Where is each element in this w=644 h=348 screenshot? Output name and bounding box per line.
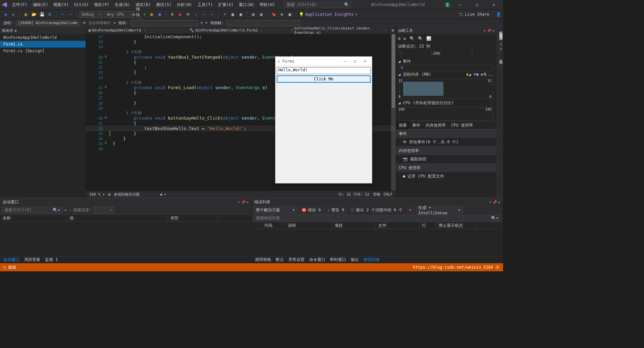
- git-changes-tab[interactable]: Git 更改: [496, 37, 503, 58]
- menu-item[interactable]: 测试(S): [153, 0, 174, 9]
- nav-fwd-icon[interactable]: ▸: [10, 11, 17, 18]
- fold-icon[interactable]: ⊟: [105, 85, 107, 89]
- document-tab[interactable]: Form1.cs [Design]: [0, 48, 86, 54]
- code-line[interactable]: }: [113, 39, 136, 44]
- click-me-button[interactable]: Click Me: [277, 75, 371, 83]
- fold-icon[interactable]: ⊟: [105, 141, 107, 145]
- code-lens[interactable]: 1 个引用: [126, 111, 142, 116]
- menu-item[interactable]: 分析(N): [174, 0, 195, 9]
- close-icon[interactable]: ✕: [360, 59, 370, 64]
- column-header[interactable]: 值: [67, 215, 168, 221]
- lifecycle-icon[interactable]: ⟳: [83, 21, 86, 25]
- step-out-icon[interactable]: ↑: [209, 11, 216, 18]
- process-combo[interactable]: [16608] WinFormsApp1HelloW▾: [16, 20, 80, 26]
- panel-tab[interactable]: 错误列表: [362, 257, 382, 263]
- platform-combo[interactable]: Any CPU▾: [104, 11, 135, 18]
- toggle-icon-3[interactable]: ▦: [237, 11, 244, 18]
- zoom-in-icon[interactable]: 🔍: [410, 36, 415, 41]
- save-all-icon[interactable]: 🗎: [47, 11, 53, 18]
- eol-mode[interactable]: CRLF: [384, 192, 393, 197]
- cpu-graph-label[interactable]: ◢ CPU (所有处理器的百分比): [396, 99, 496, 107]
- code-line[interactable]: }: [113, 136, 126, 141]
- code-lens[interactable]: 1 个引用: [126, 80, 142, 85]
- code-line[interactable]: }: [113, 141, 115, 146]
- diag-item-events[interactable]: 👁 所有事件(0 个，共 0 个): [396, 138, 496, 146]
- code-line[interactable]: ;: [113, 65, 147, 70]
- thread-combo[interactable]: [131, 20, 198, 26]
- column-header[interactable]: 禁止显示状态: [436, 222, 476, 229]
- diag-item-snapshot[interactable]: 📷 截取快照: [396, 155, 496, 163]
- redo-icon[interactable]: ↷: [67, 11, 74, 18]
- continue-button[interactable]: ▶ 继续(C) ▾: [136, 11, 143, 18]
- panel-tab[interactable]: 断点: [274, 257, 286, 263]
- pin-icon[interactable]: 📌: [487, 29, 491, 32]
- indent-mode[interactable]: 空格: [373, 192, 380, 197]
- quick-search-box[interactable]: 搜索 (Ctrl+Q) 🔍: [284, 1, 352, 8]
- fold-icon[interactable]: ⊟: [105, 55, 107, 58]
- panel-tab[interactable]: 即时窗口: [328, 257, 348, 263]
- column-header[interactable]: 代码: [262, 222, 285, 229]
- open-icon[interactable]: 📂: [31, 11, 37, 18]
- messages-filter[interactable]: ⓘ展示 2 个消息中的 0 个: [348, 206, 405, 214]
- panel-menu-icon[interactable]: ▾: [238, 200, 240, 204]
- diag-timeline[interactable]: 20秒: [398, 50, 494, 58]
- pin-icon[interactable]: 📌: [241, 200, 245, 204]
- menu-item[interactable]: 帮助(H): [257, 0, 278, 9]
- pin-icon[interactable]: 📌: [493, 200, 497, 204]
- editor-scrollbar[interactable]: [391, 34, 396, 191]
- panel-tab[interactable]: 异常设置: [286, 257, 307, 263]
- memory-graph-label[interactable]: ◢ 进程内存 (MB) ▮◢ ▼⬔ ●专...: [396, 71, 496, 78]
- column-header[interactable]: [252, 222, 262, 229]
- errorlist-search-input[interactable]: 搜索错误列表🔍▾: [254, 215, 501, 221]
- restart-icon[interactable]: ⟳: [185, 11, 192, 18]
- menu-item[interactable]: 工具(T): [195, 0, 216, 9]
- panel-tab[interactable]: 监视 1: [43, 257, 60, 263]
- events-graph-label[interactable]: ◢ 事件: [396, 58, 496, 65]
- diag-tab[interactable]: 摘要: [396, 121, 410, 129]
- build-filter-icon[interactable]: ✖: [407, 206, 414, 214]
- toggle-icon-1[interactable]: ⚡: [221, 11, 228, 18]
- panel-close-icon[interactable]: ✕: [498, 200, 500, 204]
- reset-zoom-icon[interactable]: 📊: [426, 36, 431, 41]
- menu-item[interactable]: 编辑(E): [30, 0, 51, 9]
- status-badge[interactable]: 3: [495, 265, 500, 270]
- column-header[interactable]: 类型: [168, 215, 218, 221]
- maximize-icon[interactable]: ▢: [350, 59, 360, 64]
- column-header[interactable]: 项目: [332, 222, 376, 229]
- code-line[interactable]: }: [113, 70, 136, 75]
- stackframe-combo[interactable]: [226, 20, 300, 26]
- fold-icon[interactable]: ⊟: [105, 116, 107, 119]
- diag-tab[interactable]: 事件: [410, 121, 423, 129]
- notification-badge[interactable]: 1: [445, 2, 450, 7]
- document-tab[interactable]: Form1.cs: [0, 41, 86, 48]
- zoom-out-icon[interactable]: 🔍: [418, 36, 423, 41]
- minimize-icon[interactable]: ―: [340, 59, 350, 64]
- toggle-icon-2[interactable]: ▦: [229, 11, 236, 18]
- toggle-icon-4[interactable]: ▤: [250, 11, 257, 18]
- warnings-filter[interactable]: ⚠警告 0: [325, 206, 346, 214]
- tool-icon-c[interactable]: ⚙: [278, 11, 285, 18]
- tool-icon-d[interactable]: ▦: [286, 11, 293, 18]
- column-header[interactable]: 行: [419, 222, 436, 229]
- step-into-icon[interactable]: ↓: [193, 11, 200, 18]
- zoom-combo[interactable]: 100 % ▾: [89, 192, 105, 197]
- panel-menu-icon[interactable]: ▾: [484, 29, 486, 32]
- document-tab[interactable]: WinFormsApp1HelloWorld: [0, 34, 86, 41]
- code-line[interactable]: {: [113, 121, 136, 126]
- save-icon[interactable]: 💾: [39, 11, 45, 18]
- form1-titlebar[interactable]: ▦ Form1 ― ▢ ✕: [275, 57, 372, 66]
- diag-item-cpu[interactable]: ● 记录 CPU 配置文件: [396, 172, 496, 181]
- column-header[interactable]: 说明: [285, 222, 332, 229]
- panel-tab[interactable]: 局部变量: [22, 257, 42, 263]
- diag-tab[interactable]: CPU 使用率: [448, 121, 476, 129]
- breadcrumb-class[interactable]: 🔧WinFormsApp1HelloWorld.Form1▾: [187, 27, 288, 34]
- stop-icon[interactable]: ■: [177, 11, 183, 18]
- autos-search-input[interactable]: 搜索(Ctrl+E)🔍▾: [2, 207, 62, 213]
- depth-combo[interactable]: ▾: [94, 207, 114, 213]
- bookmark-icon[interactable]: 🔖: [270, 11, 277, 18]
- tool-icon-a[interactable]: ▦: [148, 11, 155, 18]
- diag-select-icon[interactable]: ▶: [404, 36, 406, 41]
- breadcrumb-project[interactable]: ▣WinFormsApp1HelloWorld▾: [86, 27, 187, 34]
- tool-icon-b[interactable]: ▦: [156, 11, 163, 18]
- nav-back-icon[interactable]: ←: [64, 208, 67, 212]
